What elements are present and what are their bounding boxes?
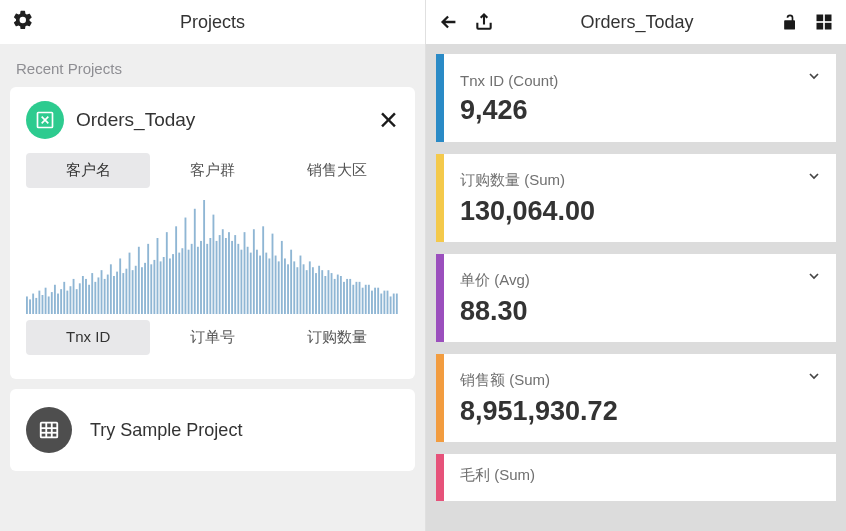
svg-rect-18 [79,283,81,314]
tab-tnx-id[interactable]: Tnx ID [26,320,150,355]
svg-rect-104 [346,279,348,314]
grid-icon[interactable] [814,12,834,32]
svg-rect-25 [101,270,103,314]
svg-rect-101 [337,275,339,314]
svg-rect-90 [303,264,305,314]
svg-rect-105 [349,279,351,314]
svg-rect-57 [200,241,202,314]
svg-rect-117 [387,291,389,314]
tab-customer-group[interactable]: 客户群 [150,153,274,188]
svg-rect-33 [125,269,127,314]
metric-color-bar [436,454,444,501]
svg-rect-26 [104,279,106,314]
chevron-down-icon[interactable] [806,68,822,88]
back-icon[interactable] [438,11,460,33]
tab-order-qty[interactable]: 订购数量 [275,320,399,355]
metric-card[interactable]: 销售额 (Sum)8,951,930.72 [436,354,836,442]
svg-rect-115 [380,294,382,314]
svg-rect-46 [166,232,168,314]
svg-rect-39 [144,263,146,314]
svg-rect-7 [45,288,47,314]
svg-rect-81 [275,256,277,314]
close-icon[interactable]: ✕ [378,108,399,133]
svg-rect-20 [85,279,87,314]
unlock-icon[interactable] [780,12,800,32]
svg-rect-41 [150,264,152,314]
svg-rect-68 [234,235,236,314]
metric-content: 订购数量 (Sum)130,064.00 [444,154,836,242]
chevron-down-icon[interactable] [806,268,822,288]
svg-rect-121 [41,423,58,438]
tabs-bottom: Tnx ID 订单号 订购数量 [26,320,399,355]
metric-content: 毛利 (Sum) [444,454,836,501]
svg-rect-75 [256,250,258,314]
svg-rect-103 [343,282,345,314]
svg-rect-10 [54,285,56,314]
metric-content: 销售额 (Sum)8,951,930.72 [444,354,836,442]
try-sample-card[interactable]: Try Sample Project [10,389,415,471]
svg-rect-119 [393,294,395,314]
svg-rect-102 [340,276,342,314]
svg-rect-59 [206,244,208,314]
svg-rect-111 [368,285,370,314]
svg-rect-21 [88,285,90,314]
svg-rect-23 [94,282,96,314]
svg-rect-120 [396,294,398,314]
svg-rect-64 [222,229,224,314]
chevron-down-icon[interactable] [806,168,822,188]
svg-rect-42 [153,260,155,314]
svg-rect-116 [383,291,385,314]
metric-card[interactable]: 订购数量 (Sum)130,064.00 [436,154,836,242]
metric-value: 8,951,930.72 [460,396,820,427]
chevron-down-icon[interactable] [806,368,822,388]
tab-customer-name[interactable]: 客户名 [26,153,150,188]
svg-rect-52 [185,218,187,314]
svg-rect-55 [194,209,196,314]
project-card-header: Orders_Today ✕ [26,101,399,139]
svg-rect-85 [287,264,289,314]
tab-sales-region[interactable]: 销售大区 [275,153,399,188]
svg-rect-94 [315,273,317,314]
svg-rect-16 [73,279,75,314]
detail-panel: Orders_Today Tnx ID (Count)9,426订购数量 (Su… [426,0,846,531]
metric-value: 88.30 [460,296,820,327]
svg-rect-8 [48,296,50,314]
svg-rect-14 [66,291,68,314]
svg-rect-79 [268,258,270,314]
svg-rect-31 [119,258,121,314]
metric-card[interactable]: 毛利 (Sum) [436,454,836,501]
metric-color-bar [436,154,444,242]
svg-rect-50 [178,253,180,314]
svg-rect-62 [216,241,218,314]
svg-rect-114 [377,288,379,314]
table-icon [26,407,72,453]
metric-card[interactable]: Tnx ID (Count)9,426 [436,54,836,142]
svg-rect-36 [135,266,137,314]
project-name: Orders_Today [76,109,366,131]
svg-rect-29 [113,276,115,314]
svg-rect-69 [237,244,239,314]
tab-order-no[interactable]: 订单号 [150,320,274,355]
try-sample-label: Try Sample Project [90,420,242,441]
svg-rect-128 [817,23,824,30]
svg-rect-113 [374,288,376,314]
project-card[interactable]: Orders_Today ✕ 客户名 客户群 销售大区 Tnx ID 订单号 订… [10,87,415,379]
svg-rect-15 [70,286,72,314]
svg-rect-100 [334,279,336,314]
projects-title: Projects [0,12,425,33]
svg-rect-2 [29,299,31,314]
svg-rect-22 [91,273,93,314]
share-icon[interactable] [474,12,494,32]
svg-rect-91 [306,270,308,314]
projects-header: Projects [0,0,425,44]
svg-rect-72 [247,247,249,314]
svg-rect-95 [318,266,320,314]
metric-label: 销售额 (Sum) [460,371,820,390]
projects-body: Recent Projects Orders_Today ✕ 客户名 客户群 销… [0,44,425,531]
svg-rect-35 [132,270,134,314]
svg-rect-40 [147,244,149,314]
svg-rect-34 [129,253,131,314]
svg-rect-24 [97,277,99,314]
settings-icon[interactable] [12,9,34,35]
metric-card[interactable]: 单价 (Avg)88.30 [436,254,836,342]
